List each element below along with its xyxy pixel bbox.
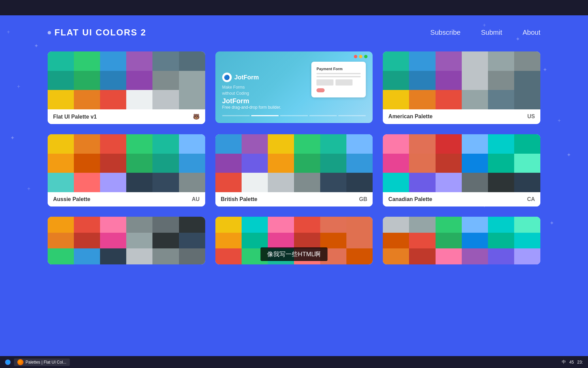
- taskbar-time: 23:: [577, 360, 583, 365]
- card-bottom-2[interactable]: 像我写一些HTML啊: [215, 217, 373, 264]
- palette-bottom-1: [48, 217, 205, 264]
- browser-tab-title: Palettes | Flat UI Col...: [26, 360, 66, 365]
- progress-dot-4: [309, 115, 337, 116]
- card-british-badge: GB: [359, 196, 367, 202]
- palette-british: [215, 134, 373, 192]
- card-bottom-1[interactable]: [48, 217, 205, 264]
- subtitle-overlay: 像我写一些HTML啊: [260, 247, 327, 261]
- progress-dot-2: [251, 115, 279, 116]
- fake-input-2: [316, 76, 361, 77]
- jotform-logo-text: JotForm: [234, 74, 259, 81]
- palette-canadian: [383, 134, 540, 192]
- card-aussie-badge: AU: [192, 196, 200, 202]
- palette-flat-ui-v1: [48, 51, 205, 109]
- card-canadian-footer: Canadian Palette CA: [383, 192, 540, 206]
- logo-dot: [48, 31, 51, 34]
- top-bar: [0, 0, 588, 15]
- taskbar: 🌐 Palettes | Flat UI Col... 中 45 23:: [0, 356, 588, 368]
- ad-tagline-big: JotForm: [222, 97, 366, 105]
- palette-bottom-3: [383, 217, 540, 264]
- logo-text: FLAT UI COLORS 2: [54, 27, 146, 38]
- submit-link[interactable]: Submit: [481, 29, 502, 36]
- ad-inner-card: Payment Form: [311, 62, 366, 97]
- card-canadian[interactable]: Canadian Palette CA: [383, 134, 540, 206]
- card-bottom-3[interactable]: [383, 217, 540, 264]
- card-aussie-title: Aussie Palette: [53, 196, 90, 202]
- site-logo: FLAT UI COLORS 2: [48, 27, 146, 38]
- card-american-title: American Palette: [388, 113, 432, 120]
- taskbar-browser-item[interactable]: Palettes | Flat UI Col...: [14, 358, 70, 366]
- card-aussie-footer: Aussie Palette AU: [48, 192, 205, 206]
- taskbar-badge: 45: [569, 360, 574, 365]
- card-british-footer: British Palette GB: [215, 192, 373, 206]
- jotform-logo-circle: 🔵: [222, 73, 232, 82]
- card-canadian-badge: CA: [527, 196, 535, 202]
- firefox-icon: [17, 359, 23, 365]
- ad-tagline-sub: Free drag-and-drop form builder.: [222, 105, 366, 110]
- navigation: FLAT UI COLORS 2 Subscribe Submit About: [48, 15, 540, 48]
- card-american-badge: US: [527, 113, 535, 120]
- bottom-palette-grid: 像我写一些HTML啊: [48, 217, 540, 264]
- card-flat-ui-v1[interactable]: Flat UI Palette v1 🐻: [48, 51, 205, 124]
- globe-icon: 🌐: [5, 359, 11, 365]
- card-flat-ui-v1-footer: Flat UI Palette v1 🐻: [48, 109, 205, 124]
- card-flat-ui-v1-title: Flat UI Palette v1: [53, 114, 97, 120]
- card-american[interactable]: American Palette US: [383, 51, 540, 124]
- card-british-title: British Palette: [221, 196, 258, 202]
- ad-inner-title: Payment Form: [316, 67, 361, 71]
- fake-input-1: [316, 73, 361, 74]
- main-area: + ✦ + ✦ + ✦ + ✦ + ✦ + + ✦ FLAT UI COLORS…: [0, 15, 588, 356]
- progress-dot-5: [338, 115, 366, 116]
- palette-grid: Flat UI Palette v1 🐻 🔵 JotForm Payment F…: [48, 51, 540, 206]
- taskbar-right: 中 45 23:: [562, 359, 583, 365]
- subscribe-link[interactable]: Subscribe: [430, 29, 461, 36]
- about-link[interactable]: About: [523, 29, 540, 36]
- palette-aussie: [48, 134, 205, 192]
- nav-links: Subscribe Submit About: [430, 29, 540, 36]
- palette-american: [383, 51, 540, 109]
- card-british[interactable]: British Palette GB: [215, 134, 373, 206]
- card-canadian-title: Canadian Palette: [388, 196, 432, 202]
- progress-dot-1: [222, 115, 250, 116]
- progress-dot-3: [280, 115, 308, 116]
- taskbar-left: 🌐 Palettes | Flat UI Col...: [5, 358, 70, 366]
- window-controls: [354, 55, 368, 58]
- ad-card-jotform[interactable]: 🔵 JotForm Payment Form Make Forms withou…: [215, 51, 373, 123]
- taskbar-lang: 中: [562, 359, 566, 365]
- fake-toggle: [316, 88, 325, 92]
- ad-progress-dots: [222, 115, 366, 116]
- card-aussie[interactable]: Aussie Palette AU: [48, 134, 205, 206]
- card-american-footer: American Palette US: [383, 109, 540, 124]
- card-flat-ui-v1-badge: 🐻: [193, 113, 200, 120]
